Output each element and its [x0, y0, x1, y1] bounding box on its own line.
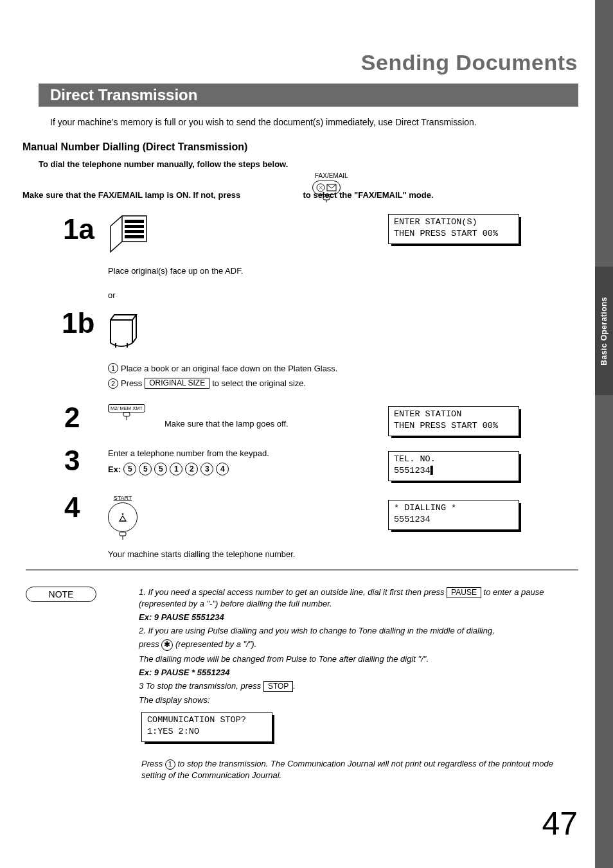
pause-keycap: PAUSE: [447, 587, 481, 598]
step-1a-caption: Place original(s) face up on the ADF.: [108, 266, 243, 276]
stop-keycap: STOP: [263, 681, 293, 692]
note-3c: The display shows:: [139, 695, 579, 705]
lcd-display-4: * DIALLING * 5551234: [388, 500, 519, 530]
lcdn-line2: 1:YES 2:NO: [147, 726, 267, 738]
circled-1-icon: 1: [108, 363, 118, 373]
note-1a: 1. If you need a special access number t…: [139, 587, 447, 597]
note-body: 1. If you need a special access number t…: [139, 587, 579, 708]
lcd-display-2: ENTER STATION THEN PRESS START 00%: [388, 406, 519, 436]
mode-pre: Make sure that the FAX/EMAIL lamp is ON.…: [22, 190, 240, 200]
led-icon: [118, 532, 127, 540]
lcd4-line1: * DIALLING *: [394, 502, 513, 514]
step-1b-l1-text: Place a book or an original face down on…: [121, 364, 338, 373]
svg-rect-14: [120, 532, 126, 536]
svg-rect-8: [125, 235, 144, 238]
step-3-line1: Enter a telephone number from the keypad…: [108, 448, 269, 458]
step-3-number: 3: [64, 445, 80, 477]
note-2b-pre: press: [139, 639, 161, 649]
key-digit: 4: [216, 463, 229, 475]
key-digit: 3: [200, 463, 213, 475]
ex-label: Ex:: [108, 465, 121, 474]
note-badge: NOTE: [26, 587, 96, 602]
lcd1-line2: THEN PRESS START 00%: [394, 228, 513, 240]
key-digit: 5: [154, 463, 167, 475]
note-1-example: Ex: 9 PAUSE 5551234: [139, 612, 579, 623]
key-digit: 5: [123, 463, 136, 475]
lcdn-line1: COMMUNICATION STOP?: [147, 714, 267, 726]
section-header-bar: Direct Transmission: [39, 84, 578, 107]
side-tab: Basic Operations: [595, 267, 613, 395]
page-number: 47: [542, 805, 578, 842]
svg-rect-5: [125, 220, 144, 223]
step-1b-line2: 2 Press ORIGINAL SIZE to select the orig…: [108, 378, 306, 389]
original-size-keycap: ORIGINAL SIZE: [145, 378, 209, 389]
step-1b-l2-pre: Press: [121, 378, 142, 388]
start-label: START: [114, 495, 132, 501]
start-button[interactable]: START: [108, 495, 138, 540]
page-title: Sending Documents: [361, 50, 578, 75]
lcd2-line2: THEN PRESS START 00%: [394, 420, 513, 432]
note-post-rest: to stop the transmission. The Communicat…: [141, 759, 553, 780]
mode-instruction: Make sure that the FAX/EMAIL lamp is ON.…: [22, 190, 434, 200]
right-margin-rail: [595, 0, 613, 868]
mode-post: to select the "FAX/EMAIL" mode.: [303, 190, 434, 200]
circled-1-icon: 1: [165, 759, 175, 770]
svg-rect-6: [125, 225, 144, 228]
svg-point-13: [122, 513, 124, 515]
note-post: Press 1 to stop the transmission. The Co…: [141, 758, 578, 781]
lcd-display-3: TEL. NO. 5551234▌: [388, 451, 519, 481]
note-3b: .: [293, 681, 296, 691]
note-2c: The dialling mode will be changed from P…: [139, 653, 579, 664]
key-digit: 1: [170, 463, 182, 475]
led-icon: [122, 412, 131, 420]
section-divider: [26, 569, 578, 571]
star-key-icon: ✱: [161, 639, 173, 651]
lcd3-line2: 5551234▌: [394, 465, 513, 477]
mem-xmt-button[interactable]: M2/ MEM XMT: [108, 404, 145, 420]
note-2b-post: (represented by a "/").: [173, 639, 256, 649]
step-1b-number: 1b: [62, 307, 94, 339]
key-digit: 5: [139, 463, 152, 475]
section-header-text: Direct Transmission: [50, 86, 197, 104]
adf-icon: [108, 213, 149, 258]
note-3a: 3 To stop the transmission, press: [139, 681, 263, 691]
key-digit: 2: [185, 463, 198, 475]
platen-glass-icon: [108, 311, 147, 353]
svg-rect-11: [123, 412, 130, 416]
side-tab-label: Basic Operations: [600, 297, 609, 366]
subhead: Manual Number Dialling (Direct Transmiss…: [22, 141, 247, 153]
lcd1-line1: ENTER STATION(S): [394, 217, 513, 228]
step-4-caption: Your machine starts dialling the telepho…: [108, 549, 295, 559]
lcd-display-note: COMMUNICATION STOP? 1:YES 2:NO: [141, 712, 272, 742]
step-4-number: 4: [64, 492, 80, 524]
intro-text: If your machine's memory is full or you …: [50, 117, 477, 127]
start-circle-icon: [108, 502, 138, 532]
step-2-caption: Make sure that the lamp goes off.: [164, 419, 289, 429]
lcd4-line2: 5551234: [394, 514, 513, 526]
mem-xmt-label: M2/ MEM XMT: [108, 404, 145, 412]
or-text: or: [108, 290, 116, 300]
note-label: NOTE: [49, 589, 74, 599]
step-1a-number: 1a: [63, 213, 94, 245]
fax-email-btn-label: FAX/EMAIL: [315, 172, 348, 179]
note-2-example: Ex: 9 PAUSE * 5551234: [139, 667, 579, 678]
note-post-pre: Press: [141, 759, 165, 768]
step-2-number: 2: [64, 402, 80, 434]
lcd3-line1: TEL. NO.: [394, 454, 513, 465]
step-3-example: Ex: 5 5 5 1 2 3 4: [108, 463, 229, 475]
bold-subtext: To dial the telephone number manually, f…: [39, 159, 288, 169]
note-2a: 2. If you are using Pulse dialling and y…: [139, 625, 579, 636]
lcd-display-1: ENTER STATION(S) THEN PRESS START 00%: [388, 214, 519, 244]
svg-rect-7: [125, 230, 144, 233]
step-1b-l2-post: to select the original size.: [212, 378, 306, 388]
lcd2-line1: ENTER STATION: [394, 409, 513, 420]
step-1b-line1: 1 Place a book or an original face down …: [108, 363, 338, 373]
circled-2-icon: 2: [108, 378, 118, 389]
